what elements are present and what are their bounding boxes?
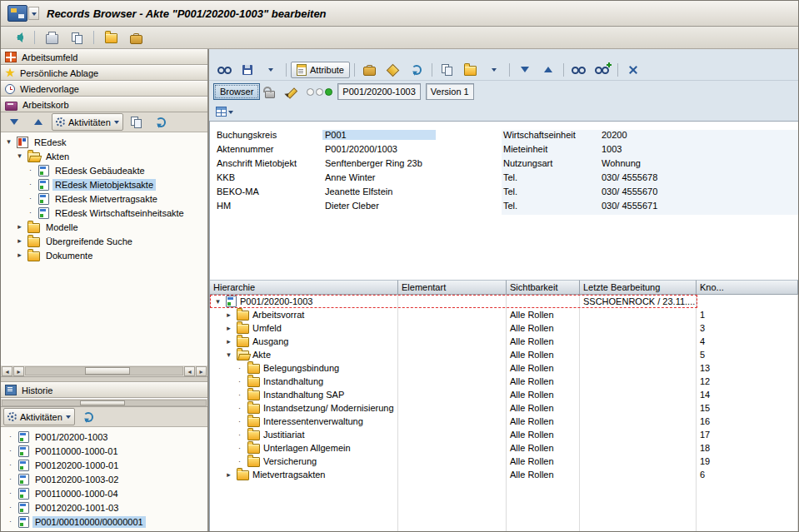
expand-subtree-button[interactable] [514, 61, 536, 79]
copy-node-button[interactable] [126, 113, 147, 132]
sidebar-shortcut[interactable]: Arbeitsumfeld [1, 49, 207, 65]
refresh-button[interactable] [150, 113, 172, 132]
expand-icon[interactable]: ▸ [224, 470, 233, 480]
print-button[interactable] [41, 28, 62, 47]
history-item[interactable]: ·P00120200-1001-03 [1, 500, 207, 515]
sidebar: ArbeitsumfeldPersönliche AblageWiedervor… [1, 49, 209, 532]
close-record-button[interactable] [622, 61, 644, 79]
history-item[interactable]: ·P001/00010000/00000001 [1, 515, 207, 529]
sidebar-shortcut[interactable]: Wiedervorlage [1, 81, 207, 97]
table-row[interactable]: ·Unterlagen AllgemeinAlle Rollen18 [210, 441, 798, 455]
refresh-record-button[interactable] [406, 61, 427, 79]
expand-icon[interactable]: ▸ [224, 324, 233, 333]
history-activities-button[interactable]: Aktivitäten [3, 408, 75, 425]
table-row[interactable]: ▾AkteAlle Rollen5 [210, 348, 798, 361]
table-row[interactable]: ·InstandhaltungAlle Rollen12 [210, 375, 798, 388]
find-button[interactable] [568, 61, 590, 79]
attribute-button[interactable]: Attribute [291, 62, 350, 78]
tree-item[interactable]: ▸Modelle [1, 220, 207, 234]
table-row[interactable]: ·Instandhaltung SAPAlle Rollen14 [210, 388, 798, 401]
collapse-icon[interactable]: ▾ [15, 152, 24, 161]
open-folder-button[interactable] [100, 28, 122, 47]
scroll-track[interactable] [2, 400, 207, 406]
new-folder-options-button[interactable] [483, 61, 505, 79]
scroll-right-icon[interactable]: ▸ [13, 366, 24, 376]
tree-item[interactable]: ·REdesk Gebäudeakte [1, 163, 207, 177]
expand-icon[interactable]: ▸ [224, 311, 233, 320]
table-row[interactable]: ·BelegungsbindungAlle Rollen13 [210, 361, 798, 375]
table-row[interactable]: ·JustitiariatAlle Rollen17 [210, 428, 798, 441]
scroll-thumb[interactable] [80, 400, 125, 405]
form-value[interactable]: P001 [322, 130, 436, 140]
table-row[interactable]: ·Instandsetzung/ ModernisierungAlle Roll… [210, 401, 798, 415]
scroll-left-icon[interactable]: ◂ [184, 366, 195, 376]
scroll-track[interactable] [25, 366, 183, 375]
save-options-button[interactable] [260, 61, 282, 79]
save-button[interactable] [237, 61, 258, 79]
column-header[interactable]: Sichtbarkeit [507, 280, 580, 295]
form-label: BEKO-MA [217, 186, 259, 196]
record-infobar: Browser P001/20200-1003 Version 1 [209, 81, 798, 102]
history-item[interactable]: ·P00110000-1000-04 [1, 486, 207, 500]
history-item[interactable]: ·P001/20200-1003 [1, 430, 207, 444]
table-row[interactable]: ▾P001/20200-1003SSCHOENROCK / 23.11.... [210, 295, 798, 308]
tree-item[interactable]: ·REdesk Mietobjektsakte [1, 177, 207, 191]
history-item[interactable]: ·P00120200-1003-02 [1, 472, 207, 486]
expand-icon[interactable]: ▸ [15, 222, 24, 231]
layout-button[interactable] [213, 102, 236, 121]
expand-icon[interactable]: ▸ [224, 337, 233, 346]
hierarchy-cell: ▾P001/20200-1003 [210, 295, 398, 308]
element-button[interactable] [382, 61, 404, 79]
table-row[interactable]: ·InteressentenverwaltungAlle Rollen16 [210, 415, 798, 428]
column-header[interactable]: Hierarchie [210, 280, 398, 295]
collapse-icon[interactable]: ▾ [213, 297, 222, 306]
model-button[interactable] [359, 61, 381, 79]
expand-icon[interactable]: ▸ [15, 236, 24, 246]
column-header[interactable]: Letzte Bearbeitung [580, 280, 697, 295]
browser-toggle-button[interactable]: Browser [213, 83, 260, 100]
tree-horizontal-scrollbar[interactable]: ◂ ▸ ◂ ▸ [1, 365, 207, 377]
tree-item[interactable]: ·REdesk Mietvertragsakte [1, 191, 207, 206]
activities-button[interactable]: Aktivitäten [52, 113, 123, 131]
tree-item[interactable]: ▸Übergreifende Suche [1, 234, 207, 248]
history-item[interactable]: ·P00110000-1000-01 [1, 444, 207, 458]
back-button[interactable] [7, 28, 28, 47]
expand-icon[interactable]: ▸ [15, 251, 24, 260]
sidebar-shortcut[interactable]: Arbeitskorb [1, 97, 207, 112]
find-next-button[interactable] [592, 61, 613, 79]
collapse-icon[interactable]: ▾ [224, 351, 233, 360]
bullet-icon: · [6, 489, 15, 498]
tree-item[interactable]: ·REdesk Wirtschaftseinheitsakte [1, 206, 207, 220]
collapse-all-button[interactable] [27, 113, 49, 132]
display-button[interactable] [213, 61, 235, 79]
scroll-right-icon[interactable]: ▸ [196, 366, 207, 376]
column-header[interactable]: Kno... [697, 280, 798, 295]
window-menu-button[interactable] [28, 7, 39, 20]
scroll-left-icon[interactable]: ◂ [2, 366, 12, 376]
copy-button[interactable] [437, 61, 458, 79]
tree-item[interactable]: ▸Dokumente [1, 248, 207, 262]
collapse-icon[interactable]: ▾ [4, 137, 13, 147]
table-row[interactable]: ▸ArbeitsvorratAlle Rollen1 [210, 308, 798, 321]
history-refresh-button[interactable] [77, 408, 99, 426]
sap-app-icon[interactable] [7, 5, 27, 22]
edit-button[interactable] [280, 82, 302, 101]
history-header[interactable]: Historie [1, 382, 207, 398]
table-row[interactable]: ▸UmfeldAlle Rollen3 [210, 321, 798, 335]
expand-all-button[interactable] [3, 113, 25, 132]
new-session-button[interactable] [66, 28, 87, 47]
sidebar-shortcut[interactable]: Persönliche Ablage [1, 65, 207, 81]
form-row-band: NutzungsartWohnung [502, 158, 798, 172]
shortcut-button[interactable] [125, 28, 147, 47]
history-scrollbar[interactable] [1, 398, 207, 407]
collapse-subtree-button[interactable] [537, 61, 559, 79]
column-header[interactable]: Elementart [398, 280, 507, 295]
new-folder-button[interactable] [460, 61, 482, 79]
table-row[interactable]: ·VersicherungAlle Rollen19 [210, 455, 798, 468]
tree-item[interactable]: ▾REdesk [1, 135, 207, 149]
table-row[interactable]: ▸AusgangAlle Rollen4 [210, 335, 798, 348]
table-row[interactable]: ▸MietvertragsaktenAlle Rollen6 [210, 468, 798, 481]
history-item[interactable]: ·P00120200-1000-01 [1, 458, 207, 472]
scroll-thumb[interactable] [85, 367, 130, 375]
tree-item[interactable]: ▾Akten [1, 149, 207, 163]
